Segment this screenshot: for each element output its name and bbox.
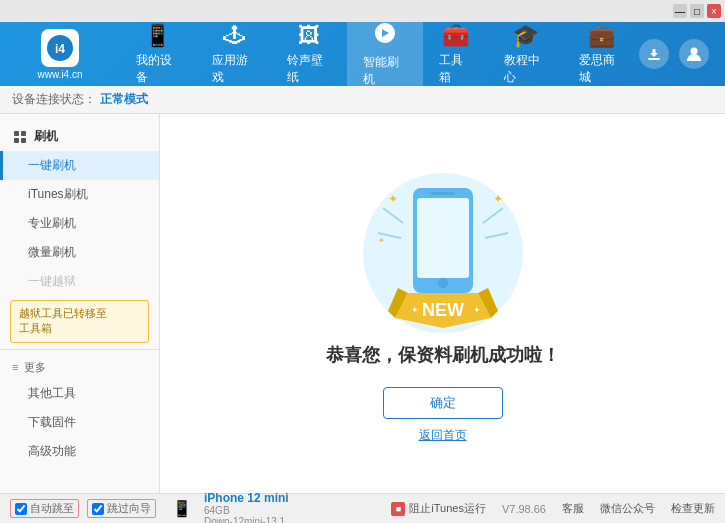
svg-rect-12	[431, 192, 455, 195]
main-area: 刷机 一键刷机 iTunes刷机 专业刷机 微量刷机 一键越狱 越狱工具已转移至…	[0, 114, 725, 493]
svg-text:✦: ✦	[473, 305, 481, 315]
svg-rect-5	[21, 131, 26, 136]
sidebar-item-download-firmware[interactable]: 下载固件	[0, 408, 159, 437]
sidebar-item-advanced[interactable]: 高级功能	[0, 437, 159, 466]
sidebar-item-one-click-flash[interactable]: 一键刷机	[0, 151, 159, 180]
svg-text:✦: ✦	[411, 305, 419, 315]
auto-jump-input[interactable]	[15, 503, 27, 515]
user-button[interactable]	[679, 39, 709, 69]
nav-apps-games[interactable]: 🕹 应用游戏	[196, 22, 272, 86]
flash-section-title: 刷机	[0, 122, 159, 151]
sidebar-item-ota-flash[interactable]: 微量刷机	[0, 238, 159, 267]
back-link[interactable]: 返回首页	[419, 427, 467, 444]
title-bar: — □ ×	[0, 0, 725, 22]
sidebar-item-pro-flash[interactable]: 专业刷机	[0, 209, 159, 238]
bottom-bar: 自动跳至 跳过向导 📱 iPhone 12 mini 64GB Down-12m…	[0, 493, 725, 523]
device-info-area: 📱 iPhone 12 mini 64GB Down-12mini-13,1	[172, 491, 289, 524]
svg-text:NEW: NEW	[422, 300, 464, 320]
nav-toolbox[interactable]: 🧰 工具箱	[423, 22, 488, 86]
support-link[interactable]: 客服	[562, 501, 584, 516]
nav-wallpaper[interactable]: 🖼 铃声壁纸	[271, 22, 347, 86]
minimize-button[interactable]: —	[673, 4, 687, 18]
smart-flash-icon	[373, 21, 397, 51]
svg-point-3	[691, 48, 698, 55]
logo-area: i4 www.i4.cn	[0, 29, 120, 80]
nav-smart-flash[interactable]: 智能刷机	[347, 22, 423, 86]
hero-illustration: ✦ ✦ ✦ NEW ✦ ✦	[343, 163, 543, 343]
app-header: i4 www.i4.cn 📱 我的设备 🕹 应用游戏 🖼 铃声壁纸 智能刷机	[0, 22, 725, 86]
logo-text: www.i4.cn	[37, 69, 82, 80]
sidebar-item-jailbreak: 一键越狱	[0, 267, 159, 296]
status-label: 设备连接状态：	[12, 91, 96, 108]
svg-rect-2	[648, 58, 660, 60]
bottom-left-area: 自动跳至 跳过向导 📱 iPhone 12 mini 64GB Down-12m…	[10, 491, 391, 524]
svg-rect-6	[14, 138, 19, 143]
my-device-icon: 📱	[144, 23, 171, 49]
auto-jump-checkbox[interactable]: 自动跳至	[10, 499, 79, 518]
sidebar: 刷机 一键刷机 iTunes刷机 专业刷机 微量刷机 一键越狱 越狱工具已转移至…	[0, 114, 160, 493]
svg-rect-7	[21, 138, 26, 143]
more-section-title: ≡ 更多	[0, 356, 159, 379]
device-name: iPhone 12 mini	[204, 491, 289, 505]
shop-icon: 💼	[588, 23, 615, 49]
svg-text:✦: ✦	[388, 192, 398, 206]
sidebar-divider	[0, 349, 159, 350]
apps-icon: 🕹	[223, 23, 245, 49]
jailbreak-warning: 越狱工具已转移至工具箱	[10, 300, 149, 343]
sidebar-item-other-tools[interactable]: 其他工具	[0, 379, 159, 408]
itunes-stop-label: 阻止iTunes运行	[409, 501, 486, 516]
check-update-link[interactable]: 检查更新	[671, 501, 715, 516]
tutorial-icon: 🎓	[512, 23, 539, 49]
device-phone-icon: 📱	[172, 499, 192, 518]
svg-text:✦: ✦	[493, 192, 503, 206]
itunes-stop-area: ■ 阻止iTunes运行	[391, 501, 486, 516]
skip-guide-checkbox[interactable]: 跳过向导	[87, 499, 156, 518]
nav-my-device[interactable]: 📱 我的设备	[120, 22, 196, 86]
confirm-button[interactable]: 确定	[383, 387, 503, 419]
wechat-link[interactable]: 微信公众号	[600, 501, 655, 516]
main-content: ✦ ✦ ✦ NEW ✦ ✦ 恭喜您，保资料刷机成功啦！ 确定 返回首页	[160, 114, 725, 493]
logo-icon: i4	[41, 29, 79, 67]
sidebar-item-itunes-flash[interactable]: iTunes刷机	[0, 180, 159, 209]
nav-tutorial[interactable]: 🎓 教程中心	[488, 22, 564, 86]
maximize-button[interactable]: □	[690, 4, 704, 18]
skip-guide-input[interactable]	[92, 503, 104, 515]
version-label: V7.98.66	[502, 503, 546, 515]
device-storage: 64GB	[204, 505, 289, 516]
nav-shop[interactable]: 💼 爱思商城	[563, 22, 639, 86]
svg-text:✦: ✦	[378, 236, 385, 245]
itunes-stop-icon: ■	[391, 502, 405, 516]
svg-text:i4: i4	[55, 42, 65, 56]
toolbox-icon: 🧰	[442, 23, 469, 49]
download-button[interactable]	[639, 39, 669, 69]
close-button[interactable]: ×	[707, 4, 721, 18]
nav-bar: 📱 我的设备 🕹 应用游戏 🖼 铃声壁纸 智能刷机 🧰 工具箱 🎓 教程中心	[120, 22, 639, 86]
status-value: 正常模式	[100, 91, 148, 108]
svg-rect-4	[14, 131, 19, 136]
device-info: iPhone 12 mini 64GB Down-12mini-13,1	[204, 491, 289, 524]
svg-rect-10	[417, 198, 469, 278]
bottom-right-area: ■ 阻止iTunes运行 V7.98.66 客服 微信公众号 检查更新	[391, 501, 715, 516]
header-right	[639, 39, 725, 69]
svg-point-11	[438, 278, 448, 288]
success-message: 恭喜您，保资料刷机成功啦！	[326, 343, 560, 367]
wallpaper-icon: 🖼	[298, 23, 320, 49]
status-bar: 设备连接状态： 正常模式	[0, 86, 725, 114]
device-firmware: Down-12mini-13,1	[204, 516, 289, 524]
flash-section-icon	[12, 129, 28, 145]
